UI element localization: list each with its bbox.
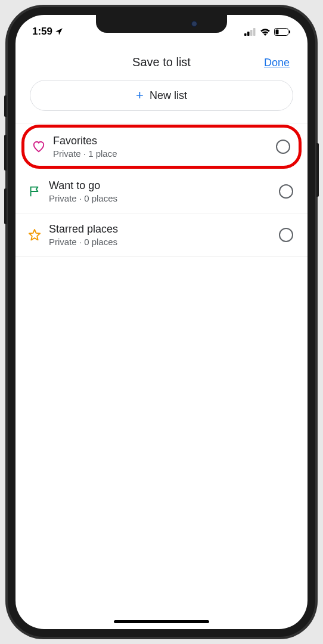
list-item-text: Starred places Private · 0 places	[49, 223, 279, 247]
list-item-title: Favorites	[53, 135, 276, 147]
screen: 1:59	[15, 15, 308, 629]
radio-button[interactable]	[279, 228, 293, 242]
svg-rect-1	[247, 32, 250, 36]
wifi-icon	[260, 28, 271, 36]
flag-icon	[26, 183, 43, 200]
done-button[interactable]: Done	[264, 57, 290, 69]
phone-device-frame: 1:59	[7, 6, 316, 638]
list-item-title: Want to go	[49, 179, 279, 192]
list-item-starred-places[interactable]: Starred places Private · 0 places	[15, 213, 308, 257]
list-item-want-to-go[interactable]: Want to go Private · 0 places	[15, 170, 308, 213]
modal-header: Save to list Done	[15, 41, 308, 80]
star-icon	[26, 227, 43, 243]
lists-container: Favorites Private · 1 place Want to go P…	[15, 123, 308, 257]
plus-icon: +	[136, 88, 144, 103]
svg-rect-0	[244, 33, 247, 36]
status-time: 1:59	[32, 26, 52, 38]
radio-button[interactable]	[279, 184, 293, 199]
svg-rect-2	[250, 30, 253, 36]
heart-icon	[30, 138, 47, 155]
list-item-subtitle: Private · 1 place	[53, 148, 276, 159]
new-list-button[interactable]: + New list	[30, 80, 293, 111]
radio-button[interactable]	[276, 140, 290, 154]
new-list-label: New list	[150, 89, 187, 102]
svg-rect-5	[276, 29, 279, 34]
list-item-text: Favorites Private · 1 place	[53, 135, 276, 159]
svg-rect-6	[289, 30, 290, 33]
list-item-subtitle: Private · 0 places	[49, 237, 279, 247]
list-item-title: Starred places	[49, 223, 279, 236]
list-item-subtitle: Private · 0 places	[49, 193, 279, 203]
device-notch	[96, 15, 227, 33]
location-services-icon	[55, 27, 63, 36]
page-title: Save to list	[132, 55, 191, 69]
battery-icon	[274, 28, 291, 36]
list-item-favorites[interactable]: Favorites Private · 1 place	[21, 125, 302, 169]
list-item-text: Want to go Private · 0 places	[49, 179, 279, 203]
home-indicator[interactable]	[114, 620, 209, 623]
cellular-signal-icon	[244, 28, 256, 36]
svg-rect-3	[253, 28, 256, 36]
